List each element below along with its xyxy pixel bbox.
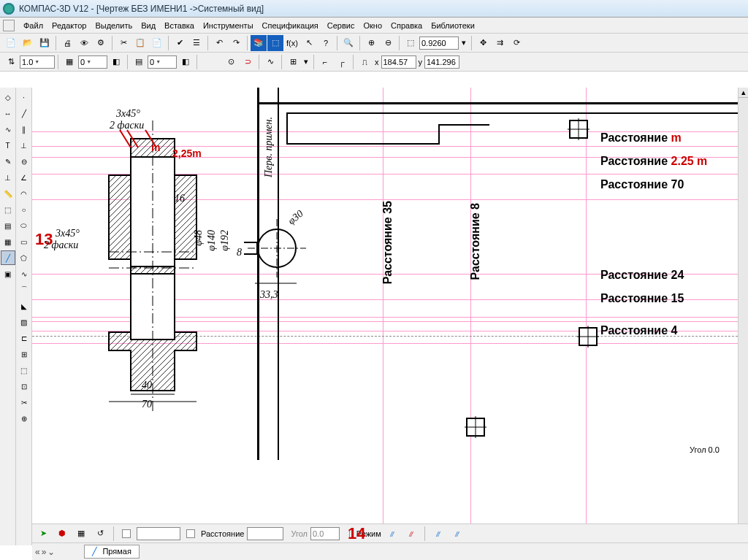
menu-tools[interactable]: Инструменты xyxy=(199,20,258,31)
layer-btn[interactable]: ◧ xyxy=(108,54,124,70)
mode-3-icon[interactable]: ⫽ xyxy=(430,526,446,542)
symbols-icon[interactable]: ∿ xyxy=(1,122,15,137)
drawing-canvas[interactable]: Угол 0.0 13 xyxy=(32,88,738,545)
local-cs-button[interactable]: ⎍ xyxy=(356,54,373,70)
props-button[interactable]: ⚙ xyxy=(93,35,109,51)
spline-icon[interactable]: ∿ xyxy=(17,266,31,281)
refresh-button[interactable]: ⟳ xyxy=(508,35,524,51)
stop-icon[interactable]: ⬢ xyxy=(54,526,70,542)
menu-view[interactable]: Вид xyxy=(137,20,160,31)
nav-down-icon[interactable]: ⌄ xyxy=(47,547,55,557)
menu-file[interactable]: Файл xyxy=(19,20,47,31)
zoom-out-button[interactable]: ⊖ xyxy=(380,35,396,51)
y-input[interactable] xyxy=(424,55,459,69)
zoom-value-input[interactable] xyxy=(419,37,459,50)
library-button[interactable]: 📚 xyxy=(251,35,267,51)
zoom-window-button[interactable]: ⬚ xyxy=(402,35,419,51)
rect-icon[interactable]: ▭ xyxy=(17,234,31,249)
x-input[interactable] xyxy=(381,55,416,69)
menu-libraries[interactable]: Библиотеки xyxy=(427,20,479,31)
snap-button[interactable]: ⊙ xyxy=(223,54,239,70)
nav-next-icon[interactable]: » xyxy=(42,547,47,557)
save-button[interactable]: 💾 xyxy=(37,35,53,51)
ellipse-icon[interactable]: ⬭ xyxy=(17,218,31,233)
auto-icon[interactable]: ↺ xyxy=(92,526,108,542)
text-icon[interactable]: T xyxy=(1,138,15,153)
snap2-button[interactable]: ┌ xyxy=(334,54,350,70)
apply-icon[interactable]: ➤ xyxy=(35,526,51,542)
measure-icon[interactable]: 📏 xyxy=(1,186,15,201)
break-icon[interactable]: ✂ xyxy=(17,395,31,410)
mode-2-icon[interactable]: ⫽ xyxy=(403,526,419,542)
angle-input[interactable] xyxy=(310,527,340,540)
zoom-dd[interactable]: ▾ xyxy=(459,35,468,51)
chamfer-icon[interactable]: ◣ xyxy=(17,299,31,313)
preview-button[interactable]: 👁 xyxy=(76,35,92,51)
new-button[interactable]: 📄 xyxy=(3,35,19,51)
zoom-in-button[interactable]: ⊕ xyxy=(363,35,379,51)
circle-icon[interactable]: ○ xyxy=(17,202,31,217)
ortho-button[interactable]: ⌐ xyxy=(317,54,333,70)
arc-icon[interactable]: ◠ xyxy=(17,186,31,201)
spec-icon[interactable]: ▤ xyxy=(1,218,15,233)
contour-icon[interactable]: ⬚ xyxy=(17,363,31,377)
assemble-icon[interactable]: ⊕ xyxy=(17,411,31,426)
mode-4-icon[interactable]: ⫽ xyxy=(449,526,465,542)
checkbox-1[interactable] xyxy=(122,529,131,538)
grid-dd[interactable]: ▾ xyxy=(302,54,310,70)
tab-nav[interactable]: « » ⌄ xyxy=(35,547,55,557)
menu-insert[interactable]: Вставка xyxy=(160,20,199,31)
layer-dropdown[interactable]: 0 xyxy=(78,55,107,69)
zoom-fit-button[interactable]: 🔍 xyxy=(340,35,356,51)
menu-service[interactable]: Сервис xyxy=(323,20,359,31)
mode-1-icon[interactable]: ⫽ xyxy=(384,526,400,542)
nav-prev-icon[interactable]: « xyxy=(35,547,40,557)
swap-button[interactable]: ⇉ xyxy=(492,35,508,51)
paste-button[interactable]: 📄 xyxy=(149,35,165,51)
line-icon[interactable]: ╱ xyxy=(17,106,31,120)
vars-button[interactable]: ☰ xyxy=(188,35,205,51)
object-icon[interactable]: ▦ xyxy=(73,526,89,542)
open-button[interactable]: 📂 xyxy=(20,35,36,51)
perp-line-icon[interactable]: ⊥ xyxy=(17,138,31,153)
edit-icon[interactable]: ✎ xyxy=(1,154,15,169)
copy-button[interactable]: 📋 xyxy=(132,35,148,51)
state-btn[interactable]: ◧ xyxy=(178,54,194,70)
move-button[interactable]: ✥ xyxy=(475,35,491,51)
point-icon[interactable]: · xyxy=(17,90,31,104)
collect-icon[interactable]: ⊞ xyxy=(17,347,31,361)
state-dropdown[interactable]: 0 xyxy=(148,55,177,69)
tab-line[interactable]: ╱ Прямая xyxy=(84,545,140,559)
equi-icon[interactable]: ⊡ xyxy=(17,379,31,394)
step-dropdown-icon[interactable]: ⇅ xyxy=(3,54,19,70)
format-button[interactable]: ✔ xyxy=(172,35,188,51)
param-icon[interactable]: ⊥ xyxy=(1,170,15,185)
menu-help[interactable]: Справка xyxy=(386,20,427,31)
parallel-line-icon[interactable]: ∥ xyxy=(17,122,31,137)
dimensions-icon[interactable]: ↔ xyxy=(1,106,15,120)
layer-icon[interactable]: ▦ xyxy=(61,54,77,70)
geometry-icon[interactable]: ◇ xyxy=(1,90,15,104)
aux-line-icon[interactable]: ╱ xyxy=(1,250,15,265)
vars2-button[interactable]: ⬚ xyxy=(267,35,283,51)
select-icon[interactable]: ⬚ xyxy=(1,202,15,217)
fx-button[interactable]: f(x) xyxy=(284,35,300,51)
polygon-icon[interactable]: ⬠ xyxy=(17,250,31,265)
line-style-button[interactable]: ∿ xyxy=(262,54,278,70)
cursor-button[interactable]: ↖ xyxy=(301,35,317,51)
print-button[interactable]: 🖨 xyxy=(59,35,75,51)
menu-spec[interactable]: Спецификация xyxy=(258,20,323,31)
distance-input[interactable] xyxy=(247,527,283,540)
tangent-icon[interactable]: ⊖ xyxy=(17,154,31,169)
bisector-icon[interactable]: ∠ xyxy=(17,170,31,185)
fillet-icon[interactable]: ⌒ xyxy=(17,283,31,297)
views-icon[interactable]: ▣ xyxy=(1,266,15,281)
undo-button[interactable]: ↶ xyxy=(211,35,227,51)
magnet-button[interactable]: ⊃ xyxy=(240,54,256,70)
v-scrollbar[interactable]: ▴ ▾ xyxy=(738,88,748,545)
menu-select[interactable]: Выделить xyxy=(91,20,137,31)
grid-button[interactable]: ⊞ xyxy=(285,54,301,70)
redo-button[interactable]: ↷ xyxy=(228,35,244,51)
help-icon[interactable]: ? xyxy=(318,35,334,51)
hatch-icon[interactable]: ▨ xyxy=(17,315,31,329)
